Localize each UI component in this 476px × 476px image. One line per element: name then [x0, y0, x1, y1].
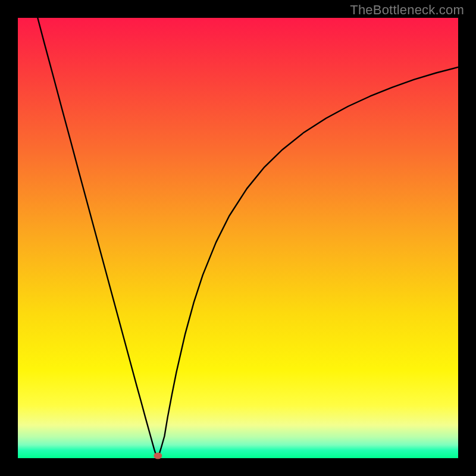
attribution-text: TheBottleneck.com	[350, 2, 464, 18]
chart-frame: TheBottleneck.com	[0, 0, 476, 476]
minimum-marker	[154, 453, 162, 459]
curve-svg	[18, 18, 458, 458]
plot-area	[18, 18, 458, 458]
bottleneck-curve	[37, 18, 458, 458]
